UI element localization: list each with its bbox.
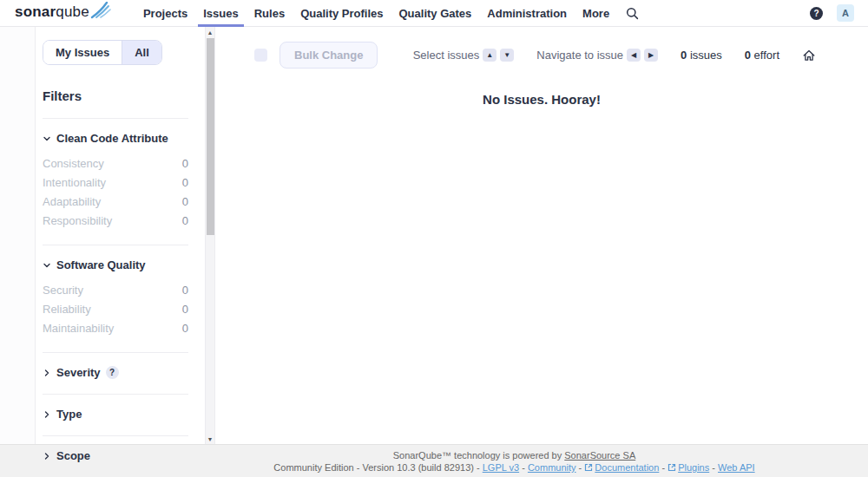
nav-item-quality-profiles[interactable]: Quality Profiles	[293, 0, 391, 27]
search-icon[interactable]	[626, 7, 639, 20]
navigate-forward-button[interactable]: ▶	[644, 49, 658, 62]
sonarsource-link[interactable]: SonarSource SA	[564, 450, 635, 461]
chevron-down-icon	[43, 134, 51, 143]
facet-option-label: Adaptability	[43, 195, 101, 208]
navigate-to-issue-label: Navigate to issue	[536, 49, 623, 62]
facet-header-clean-code-attribute[interactable]: Clean Code Attribute	[43, 132, 188, 145]
my-issues-button[interactable]: My Issues	[43, 41, 122, 64]
footer-powered-by-text: SonarQube™ technology is powered by	[393, 450, 562, 461]
facet-option-intentionality[interactable]: Intentionality 0	[43, 173, 188, 192]
facet-option-label: Reliability	[43, 303, 91, 316]
facet-header-software-quality[interactable]: Software Quality	[43, 258, 188, 271]
content-area: My Issues All Filters Clean Code Attribu…	[0, 27, 868, 444]
chevron-right-icon	[43, 410, 51, 419]
footer-line1: SonarQube™ technology is powered by Sona…	[161, 449, 868, 461]
facet-title: Software Quality	[56, 258, 146, 271]
facet-software-quality: Software Quality Security 0 Reliability …	[43, 258, 188, 337]
facet-option-reliability[interactable]: Reliability 0	[43, 299, 188, 318]
issues-toolbar: Bulk Change Select issues ▲ ▼ Navigate t…	[215, 27, 868, 69]
bulk-change-button[interactable]: Bulk Change	[279, 42, 378, 69]
facet-header-type[interactable]: Type	[43, 408, 188, 421]
nav-item-quality-gates[interactable]: Quality Gates	[391, 0, 480, 27]
web-api-link[interactable]: Web API	[718, 462, 755, 473]
logo-swoosh-icon	[90, 2, 111, 23]
issues-main: Bulk Change Select issues ▲ ▼ Navigate t…	[215, 27, 868, 444]
facet-header-scope[interactable]: Scope	[43, 449, 188, 462]
facet-option-label: Maintainability	[43, 322, 114, 335]
top-navigation: sonarqube Projects Issues Rules Quality …	[0, 0, 868, 27]
facet-option-adaptability[interactable]: Adaptability 0	[43, 192, 188, 211]
plugins-link[interactable]: Plugins	[678, 462, 709, 473]
footer-separator: -	[661, 462, 665, 473]
issues-count: 0 issues	[681, 49, 722, 62]
select-all-checkbox[interactable]	[254, 49, 267, 62]
scrollbar-up-icon[interactable]: ▲	[206, 27, 214, 37]
select-next-issue-button[interactable]: ▼	[500, 49, 514, 62]
avatar[interactable]: A	[837, 4, 854, 22]
facet-header-severity[interactable]: Severity ?	[43, 366, 188, 379]
no-issues-message: No Issues. Hooray!	[215, 92, 868, 107]
lgpl-link[interactable]: LGPL v3	[483, 462, 519, 473]
scrollbar-thumb[interactable]	[207, 38, 214, 235]
nav-item-more[interactable]: More	[575, 0, 617, 27]
severity-help-icon[interactable]: ?	[106, 366, 119, 379]
nav-item-projects[interactable]: Projects	[135, 0, 195, 27]
facet-option-responsibility[interactable]: Responsibility 0	[43, 211, 188, 230]
nav-right-group: ? A	[810, 4, 854, 22]
effort-count: 0 effort	[745, 49, 779, 62]
facet-title: Scope	[56, 449, 90, 462]
divider	[43, 118, 188, 119]
nav-item-issues[interactable]: Issues	[195, 0, 246, 27]
nav-item-administration[interactable]: Administration	[479, 0, 575, 27]
facet-items: Security 0 Reliability 0 Maintainability…	[43, 280, 188, 337]
home-icon[interactable]	[802, 49, 816, 62]
divider	[43, 245, 188, 245]
divider	[43, 435, 188, 436]
facet-type: Type	[43, 408, 188, 421]
facet-option-count: 0	[182, 195, 188, 208]
footer-separator: -	[477, 462, 480, 473]
facet-option-count: 0	[182, 303, 188, 316]
facet-option-count: 0	[182, 157, 188, 170]
facet-items: Consistency 0 Intentionality 0 Adaptabil…	[43, 154, 188, 230]
sonarqube-logo[interactable]: sonarqube	[15, 3, 111, 23]
select-issues-label: Select issues	[413, 49, 480, 62]
facet-title: Clean Code Attribute	[56, 132, 168, 145]
facet-option-label: Intentionality	[43, 176, 106, 189]
facet-option-count: 0	[182, 176, 188, 189]
facet-option-count: 0	[182, 284, 188, 297]
facet-severity: Severity ?	[43, 366, 188, 379]
facet-option-maintainability[interactable]: Maintainability 0	[43, 318, 188, 337]
facet-option-security[interactable]: Security 0	[43, 280, 188, 299]
navigate-back-button[interactable]: ◀	[627, 49, 641, 62]
divider	[43, 352, 188, 353]
toolbar-right-group: Select issues ▲ ▼ Navigate to issue ◀ ▶ …	[413, 49, 816, 62]
facet-title: Severity	[56, 366, 101, 379]
footer-separator: -	[357, 462, 360, 473]
chevron-down-icon	[43, 261, 51, 270]
documentation-link[interactable]: Documentation	[595, 462, 659, 473]
filters-sidebar: My Issues All Filters Clean Code Attribu…	[35, 27, 215, 444]
community-link[interactable]: Community	[528, 462, 576, 473]
sidebar-scrollbar[interactable]: ▲ ▼	[205, 27, 214, 444]
nav-item-rules[interactable]: Rules	[247, 0, 293, 27]
all-issues-button[interactable]: All	[122, 41, 161, 64]
help-icon[interactable]: ?	[810, 7, 823, 20]
footer-version: Version 10.3 (build 82913)	[362, 462, 473, 473]
facet-option-label: Security	[43, 284, 83, 297]
facet-clean-code-attribute: Clean Code Attribute Consistency 0 Inten…	[43, 132, 188, 230]
main-menu: Projects Issues Rules Quality Profiles Q…	[135, 0, 617, 27]
facet-option-consistency[interactable]: Consistency 0	[43, 154, 188, 173]
footer-separator: -	[522, 462, 525, 473]
facet-option-count: 0	[182, 214, 188, 227]
scrollbar-down-icon[interactable]: ▼	[206, 434, 214, 444]
select-previous-issue-button[interactable]: ▲	[483, 49, 496, 62]
facet-option-label: Responsibility	[43, 214, 112, 227]
footer-line2: Community Edition - Version 10.3 (build …	[161, 461, 868, 474]
facet-title: Type	[56, 408, 82, 421]
left-gutter	[0, 27, 35, 444]
facet-option-label: Consistency	[43, 157, 104, 170]
divider	[43, 394, 188, 395]
filters-title: Filters	[43, 88, 188, 103]
logo-text: sonarqube	[15, 3, 89, 21]
